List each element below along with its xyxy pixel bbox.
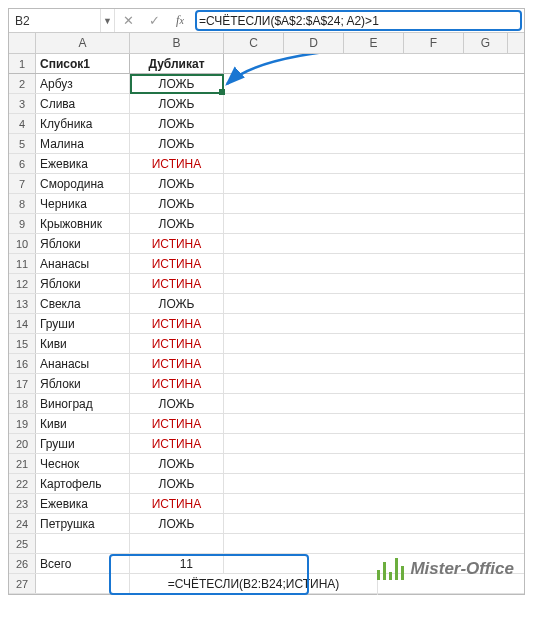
cell-B[interactable]: ЛОЖЬ (130, 94, 224, 113)
cell-A[interactable]: Киви (36, 334, 130, 353)
col-header-A[interactable]: A (36, 33, 130, 53)
total-value[interactable]: 11 (130, 554, 224, 573)
header-cell-A[interactable]: Список1 (36, 54, 130, 73)
cell-B[interactable]: ЛОЖЬ (130, 114, 224, 133)
cell-A[interactable]: Клубника (36, 114, 130, 133)
cell-B[interactable]: ЛОЖЬ (130, 134, 224, 153)
row-header[interactable]: 19 (9, 414, 36, 433)
empty-cells[interactable] (224, 554, 524, 573)
empty-cells[interactable] (224, 334, 524, 353)
cell-A[interactable]: Картофель (36, 474, 130, 493)
empty-cells[interactable] (224, 394, 524, 413)
empty-cells[interactable] (224, 474, 524, 493)
empty-cells[interactable] (224, 174, 524, 193)
empty-cells[interactable] (224, 454, 524, 473)
empty-cells[interactable] (224, 494, 524, 513)
col-header-D[interactable]: D (284, 33, 344, 53)
cell-B[interactable]: ЛОЖЬ (130, 294, 224, 313)
cell-A[interactable]: Виноград (36, 394, 130, 413)
row-header[interactable]: 10 (9, 234, 36, 253)
cell-B[interactable]: ИСТИНА (130, 234, 224, 253)
empty-cells[interactable] (224, 514, 524, 533)
cell-A[interactable]: Яблоки (36, 274, 130, 293)
empty-cells[interactable] (224, 234, 524, 253)
row-header[interactable]: 27 (9, 574, 36, 593)
formula-input[interactable]: =СЧЁТЕСЛИ($A$2:$A$24; A2)>1 (193, 9, 524, 32)
cell-B[interactable]: ЛОЖЬ (130, 514, 224, 533)
cell-A[interactable]: Свекла (36, 294, 130, 313)
cell-A[interactable]: Ананасы (36, 354, 130, 373)
row-header[interactable]: 25 (9, 534, 36, 553)
row-header[interactable]: 4 (9, 114, 36, 133)
row-header[interactable]: 17 (9, 374, 36, 393)
select-all-corner[interactable] (9, 33, 36, 53)
row-header[interactable]: 12 (9, 274, 36, 293)
row-header[interactable]: 23 (9, 494, 36, 513)
row-header[interactable]: 14 (9, 314, 36, 333)
col-header-G[interactable]: G (464, 33, 508, 53)
row-header[interactable]: 2 (9, 74, 36, 93)
row-header[interactable]: 3 (9, 94, 36, 113)
row-header[interactable]: 13 (9, 294, 36, 313)
empty-cells[interactable] (224, 354, 524, 373)
empty-cells[interactable] (224, 54, 524, 73)
cell-B[interactable]: ИСТИНА (130, 494, 224, 513)
cell-A[interactable]: Ежевика (36, 154, 130, 173)
cell-B[interactable]: ИСТИНА (130, 434, 224, 453)
cell-A[interactable]: Чеснок (36, 454, 130, 473)
cancel-icon[interactable]: ✕ (115, 9, 141, 32)
cell-B[interactable]: ЛОЖЬ (130, 474, 224, 493)
cell-A[interactable]: Ежевика (36, 494, 130, 513)
col-header-C[interactable]: C (224, 33, 284, 53)
row-header[interactable]: 18 (9, 394, 36, 413)
row-header[interactable]: 8 (9, 194, 36, 213)
cell-B[interactable]: ИСТИНА (130, 354, 224, 373)
empty-cells[interactable] (378, 574, 524, 593)
row-header[interactable]: 7 (9, 174, 36, 193)
row-header[interactable]: 22 (9, 474, 36, 493)
cell-A[interactable] (36, 534, 130, 553)
cell-B[interactable]: ИСТИНА (130, 274, 224, 293)
row-header[interactable]: 24 (9, 514, 36, 533)
empty-cells[interactable] (224, 294, 524, 313)
cell-A[interactable]: Груши (36, 314, 130, 333)
empty-cells[interactable] (224, 414, 524, 433)
cell-A[interactable]: Ананасы (36, 254, 130, 273)
row-header[interactable]: 11 (9, 254, 36, 273)
cell-B[interactable]: ЛОЖЬ (130, 454, 224, 473)
empty-cells[interactable] (224, 214, 524, 233)
empty-cells[interactable] (224, 114, 524, 133)
row-header[interactable]: 16 (9, 354, 36, 373)
cell-B[interactable]: ИСТИНА (130, 254, 224, 273)
empty-cells[interactable] (224, 534, 524, 553)
cell-A[interactable]: Киви (36, 414, 130, 433)
cell-A[interactable]: Крыжовник (36, 214, 130, 233)
name-box-dropdown[interactable]: ▼ (101, 9, 115, 32)
cell-B[interactable]: ИСТИНА (130, 154, 224, 173)
col-header-B[interactable]: B (130, 33, 224, 53)
empty-cells[interactable] (224, 94, 524, 113)
cell-B[interactable]: ЛОЖЬ (130, 174, 224, 193)
name-box[interactable]: B2 (9, 9, 101, 32)
enter-icon[interactable]: ✓ (141, 9, 167, 32)
row-header[interactable]: 21 (9, 454, 36, 473)
formula-cell[interactable]: =СЧЁТЕСЛИ(B2:B24;ИСТИНА) (130, 574, 378, 595)
cell-A[interactable]: Груши (36, 434, 130, 453)
cell-A[interactable] (36, 574, 130, 595)
cell-B[interactable]: ЛОЖЬ (130, 194, 224, 213)
cell-B[interactable]: ИСТИНА (130, 334, 224, 353)
cell-A[interactable]: Арбуз (36, 74, 130, 93)
empty-cells[interactable] (224, 314, 524, 333)
cell-A[interactable]: Слива (36, 94, 130, 113)
cell-A[interactable]: Смородина (36, 174, 130, 193)
row-header[interactable]: 9 (9, 214, 36, 233)
total-label[interactable]: Всего (36, 554, 130, 573)
col-header-F[interactable]: F (404, 33, 464, 53)
cell-B[interactable]: ЛОЖЬ (130, 74, 224, 93)
row-header[interactable]: 1 (9, 54, 36, 73)
col-header-E[interactable]: E (344, 33, 404, 53)
cell-A[interactable]: Черника (36, 194, 130, 213)
empty-cells[interactable] (224, 74, 524, 93)
cell-B[interactable] (130, 534, 224, 553)
cell-B[interactable]: ЛОЖЬ (130, 394, 224, 413)
